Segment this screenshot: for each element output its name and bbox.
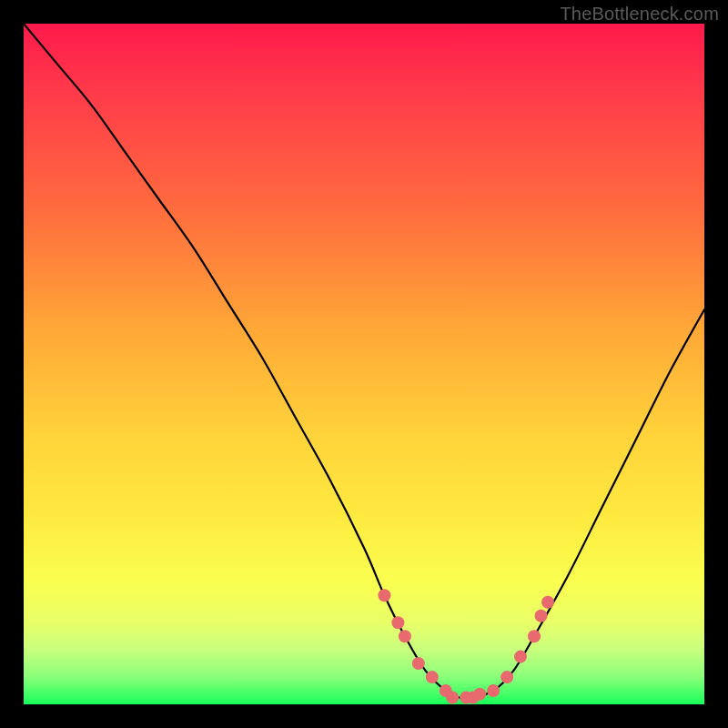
chart-frame: TheBottleneck.com — [0, 0, 728, 728]
marker-point — [426, 671, 439, 683]
marker-point — [412, 657, 425, 670]
marker-point — [514, 651, 527, 663]
chart-svg — [24, 24, 704, 704]
marker-point — [487, 684, 500, 697]
watermark-text: TheBottleneck.com — [560, 4, 719, 25]
marker-point — [535, 610, 548, 622]
marker-point — [528, 630, 541, 642]
bottleneck-curve — [24, 24, 704, 698]
marker-point — [446, 692, 459, 704]
marker-point — [500, 671, 513, 683]
chart-plot-area — [24, 24, 704, 704]
marker-point — [399, 630, 411, 642]
marker-point — [378, 589, 390, 602]
marker-point — [391, 616, 404, 629]
marker-point — [473, 688, 486, 701]
marker-point — [541, 596, 554, 609]
